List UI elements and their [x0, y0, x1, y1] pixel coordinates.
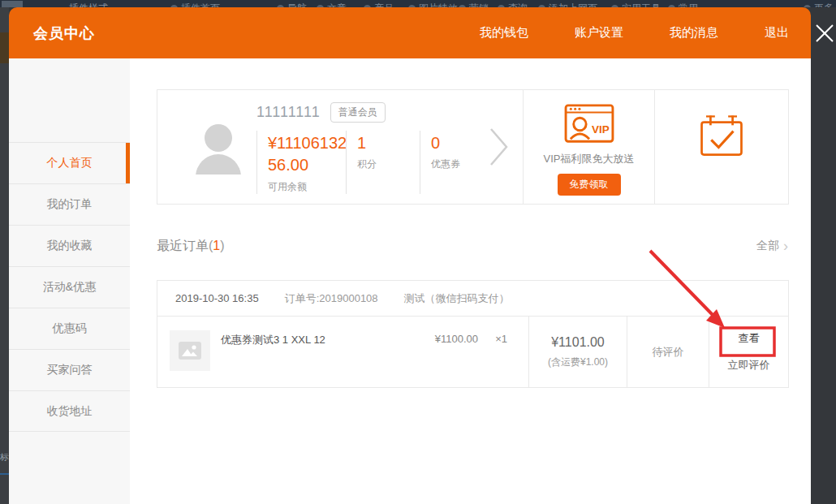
main-content: 11111111 普通会员 ¥1110613256.00 可用余额 1 积分	[130, 58, 811, 504]
page-title: 会员中心	[33, 24, 95, 43]
vip-window-icon: VIP	[564, 102, 614, 146]
order-number: 订单号:2019000108	[285, 291, 378, 306]
recent-orders-title: 最近订单(1)	[157, 238, 225, 255]
balance-stat[interactable]: ¥1110613256.00 可用余额	[256, 131, 346, 194]
nav-my-messages[interactable]: 我的消息	[670, 25, 718, 41]
background-nav-item: 图片特效	[408, 2, 458, 7]
background-nav-item: 导航	[277, 2, 307, 7]
vip-promo-text: VIP福利限免大放送	[544, 152, 635, 166]
svg-text:VIP: VIP	[591, 123, 609, 135]
product-unit-price: ¥1100.00	[407, 333, 478, 345]
view-order-button[interactable]: 查看	[739, 331, 760, 346]
member-level-badge: 普通会员	[330, 102, 386, 123]
background-block	[0, 32, 9, 63]
sidebar-item-shipping-address[interactable]: 收货地址	[9, 390, 130, 432]
close-icon	[814, 23, 835, 44]
balance-value: ¥1110613256.00	[268, 132, 354, 176]
order-total-cell: ¥1101.00 (含运费¥1.00)	[529, 317, 627, 387]
nav-logout[interactable]: 退出	[765, 25, 789, 41]
order-header-row: 2019-10-30 16:35 订单号:2019000108 测试（微信扫码支…	[157, 281, 788, 317]
product-thumbnail[interactable]	[170, 330, 210, 371]
order-datetime: 2019-10-30 16:35	[175, 292, 259, 304]
background-nav-item: 更多	[804, 2, 834, 7]
sidebar-item-my-orders[interactable]: 我的订单	[9, 183, 130, 225]
view-all-link[interactable]: 全部 ›	[756, 239, 788, 253]
order-card: 2019-10-30 16:35 订单号:2019000108 测试（微信扫码支…	[157, 280, 789, 388]
background-site-logo	[2, 1, 23, 7]
member-center-modal: 会员中心 我的钱包 账户设置 我的消息 退出 个人首页 我的订单 我的收藏 活动…	[9, 7, 811, 504]
nav-account-settings[interactable]: 账户设置	[575, 25, 623, 41]
order-actions-cell: 查看 立即评价	[709, 317, 788, 387]
sidebar-item-coupon-code[interactable]: 优惠码	[9, 308, 130, 349]
points-label: 积分	[357, 157, 420, 171]
order-total-price: ¥1101.00	[551, 335, 605, 350]
username: 11111111	[256, 104, 321, 121]
order-status-cell: 待评价	[627, 317, 709, 387]
product-quantity: ×1	[478, 333, 528, 345]
user-detail-chevron[interactable]	[489, 127, 510, 170]
background-glyph: 标	[0, 451, 9, 463]
free-claim-button[interactable]: 免费领取	[558, 174, 621, 196]
coupons-label: 优惠券	[431, 157, 493, 171]
shipping-note: (含运费¥1.00)	[548, 355, 608, 369]
order-status: 待评价	[653, 345, 684, 360]
image-placeholder-icon	[179, 342, 201, 360]
background-nav-item: 查询	[498, 2, 528, 7]
order-payment-note: 测试（微信扫码支付）	[404, 291, 510, 306]
sidebar-item-my-favorites[interactable]: 我的收藏	[9, 225, 130, 266]
background-divider	[0, 473, 9, 475]
avatar	[192, 121, 245, 174]
points-value: 1	[357, 132, 420, 153]
points-stat[interactable]: 1 积分	[346, 131, 420, 194]
signin-calendar-section[interactable]	[655, 90, 788, 204]
background-nav-item: 添加上网页	[538, 2, 597, 7]
modal-header: 会员中心 我的钱包 账户设置 我的消息 退出	[9, 7, 811, 58]
balance-label: 可用余额	[268, 180, 346, 194]
product-name[interactable]: 优惠券测试3 1 XXL 12	[221, 333, 407, 347]
chevron-right-small-icon: ›	[783, 240, 788, 252]
order-row: 优惠券测试3 1 XXL 12 ¥1100.00 ×1 ¥1101.00 (含运…	[157, 317, 788, 387]
sidebar-item-personal-home[interactable]: 个人首页	[9, 142, 130, 183]
header-nav: 我的钱包 账户设置 我的消息 退出	[480, 7, 789, 58]
coupons-stat[interactable]: 0 优惠券	[420, 131, 493, 194]
sidebar: 个人首页 我的订单 我的收藏 活动&优惠 优惠码 买家问答 收货地址	[9, 58, 130, 504]
coupons-value: 0	[431, 132, 493, 153]
chevron-right-icon	[489, 127, 510, 167]
sidebar-item-buyer-qa[interactable]: 买家问答	[9, 349, 130, 390]
background-nav-item: 文章	[317, 2, 347, 7]
background-topbar-label: 插件样式	[69, 2, 108, 7]
user-summary-card: 11111111 普通会员 ¥1110613256.00 可用余额 1 积分	[157, 89, 789, 205]
background-left-strip: 标	[0, 7, 9, 504]
sidebar-item-activities[interactable]: 活动&优惠	[9, 266, 130, 308]
calendar-check-icon	[698, 113, 745, 158]
nav-my-wallet[interactable]: 我的钱包	[480, 25, 528, 41]
background-nav-item: 插件首页	[170, 2, 220, 7]
background-nav-item: 常用	[668, 2, 698, 7]
order-product-cell: 优惠券测试3 1 XXL 12 ¥1100.00 ×1	[157, 317, 529, 387]
review-now-button[interactable]: 立即评价	[728, 358, 770, 373]
user-info-section: 11111111 普通会员 ¥1110613256.00 可用余额 1 积分	[157, 90, 523, 204]
orders-count: 1	[213, 239, 220, 252]
background-nav-item: 实用工具	[611, 2, 661, 7]
background-nav-item: 营销	[459, 2, 489, 7]
close-button[interactable]	[813, 22, 836, 45]
background-browser-topbar: 插件样式 插件首页 导航 文章 产品 图片特效 营销 查询 添加上网页 实用工具…	[0, 0, 836, 7]
vip-promo-section: VIP VIP福利限免大放送 免费领取	[523, 90, 655, 204]
background-nav-item: 产品	[364, 2, 394, 7]
